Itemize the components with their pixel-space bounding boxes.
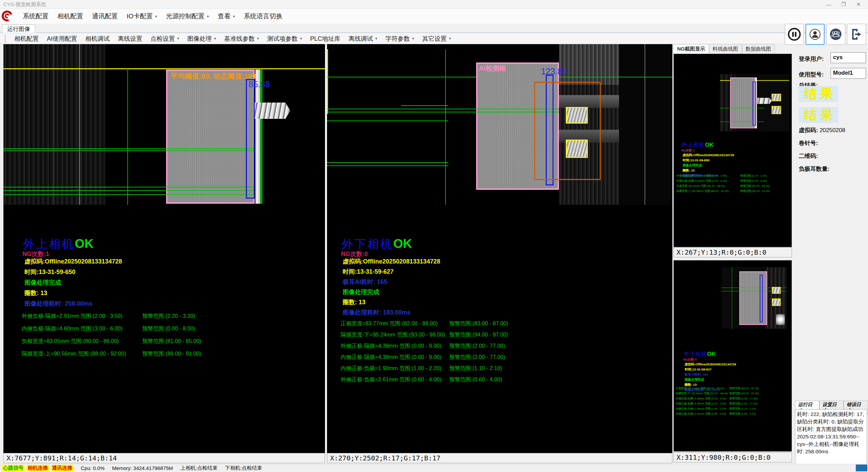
ng-snapshot-image [720, 74, 789, 131]
window-control-button[interactable]: ❐ [836, 0, 851, 9]
ng-view-tab[interactable]: 料线曲线图 [709, 44, 742, 54]
status-text: Cpu: 0.0% [81, 465, 105, 471]
status-chip: 通讯连接 [51, 465, 73, 471]
toolbar-item[interactable]: 基准线参数 ▾ [224, 35, 259, 43]
status-chip: 心跳信号 [2, 465, 24, 471]
measurement-row: 内侧负极-隔膜=4.60mm 范围:(3.00 - 6.00)预警范围:(0.0… [22, 325, 201, 332]
info-line: 圈数: 13 [24, 289, 122, 297]
measurement-list: 外侧负极-隔膜=2.91mm 范围:(2.00 - 3.50)预警范围:(2.2… [676, 174, 770, 195]
upper-camera-image[interactable]: 平均阈值:93, 动态阈值:100 85.88 [3, 44, 325, 205]
chevron-down-icon: ▾ [257, 36, 259, 41]
tab-detect-box [566, 107, 588, 124]
ng-count: NG次数:0 [341, 250, 368, 258]
chevron-down-icon: ▾ [177, 36, 179, 41]
measurement-list: 正极宽度=83.77mm 范围:(82.00 - 88.00)预警范围:(83.… [341, 320, 508, 387]
login-user-field[interactable]: cys [831, 52, 866, 63]
pause-icon [787, 27, 801, 41]
camera-info-lines: 虚拟码:Offline20250208133134728时间:13-31-59-… [24, 257, 122, 310]
measurement-row: 隔膜宽度-下=95.24mm 范围:(93.00 - 98.00)预警范围:(9… [341, 331, 508, 339]
measure-value-text: 123.88 [541, 67, 567, 76]
model-field[interactable]: Model1 [831, 68, 866, 79]
toolbar-item[interactable]: PLC地址库 [310, 35, 340, 43]
measurement-row: 外侧负极-隔膜=2.91mm 范围:(2.00 - 3.50)预警范围:(2.2… [22, 312, 201, 320]
user-management-button[interactable] [826, 24, 845, 45]
window-title: CYS-视觉检测系统 [3, 1, 46, 8]
pause-button[interactable] [785, 24, 804, 45]
window-control-button[interactable]: ✕ [851, 0, 866, 9]
chevron-down-icon: ▾ [207, 14, 209, 19]
ng-snapshot-image [722, 267, 786, 329]
chevron-down-icon: ▾ [233, 14, 235, 19]
menu-item[interactable]: 相机配置 [57, 12, 83, 21]
baseline-yellow-vertical [327, 49, 328, 114]
menu-item[interactable]: 系统配置 [23, 12, 49, 21]
info-line: 极耳AI耗时: 165 [343, 278, 440, 286]
tab-run-image[interactable]: 运行图像 [2, 24, 35, 33]
chevron-down-icon: ▾ [155, 14, 157, 19]
ng-snapshot-lower[interactable]: 外下相机OK NG次数:0 虚拟码:Offline202502081331347… [673, 260, 792, 452]
ng-view-column: NG截图显示料线曲线图数据曲线图 外上相机OK NG次数:1 虚拟码:Of [673, 44, 792, 463]
electrode-edge [255, 70, 260, 204]
info-line: 图像处理完成 [343, 288, 440, 296]
toolbar-item[interactable]: 测试项参数 ▾ [267, 35, 302, 43]
measurement-row: 负极宽度=83.05mm 范围:(80.00 - 86.00)预警范围:(81.… [22, 338, 201, 345]
info-line: 时间:13-31-59-650 [24, 268, 122, 276]
toolbar-item[interactable]: 图像处理 ▾ [187, 35, 216, 43]
ng-view-tabs: NG截图显示料线曲线图数据曲线图 [673, 44, 775, 54]
pixel-coord-readout: X:311;Y:980;R:0;G:0;B:0 [673, 452, 792, 462]
info-line: 虚拟码:Offline20250208133134728 [343, 257, 440, 266]
menu-item[interactable]: IO卡配置 ▾ [127, 12, 157, 21]
toolbar-grip-icon[interactable] [5, 35, 6, 42]
menu-item[interactable]: 系统语言切换 [244, 12, 283, 21]
ng-view-tab[interactable]: NG截图显示 [673, 44, 709, 54]
login-user-label: 登录用户: [799, 55, 824, 63]
info-line: 图像处理耗时: 183.00ms [343, 308, 440, 316]
exit-icon [849, 27, 864, 41]
chevron-down-icon: ▾ [300, 36, 302, 41]
baseline-yellow [3, 68, 325, 69]
scroll-indicator [856, 465, 867, 471]
info-line: 圈数: 13 [343, 298, 440, 306]
camera-result-title: 外下相机OK [684, 351, 716, 358]
toolbar-item[interactable]: 字符参数 ▾ [385, 35, 414, 43]
toolbar-item[interactable]: 相机调试 [85, 35, 110, 43]
toolbar-item[interactable]: AI使用配置 [47, 35, 77, 43]
menu-item[interactable]: 通讯配置 [92, 12, 118, 21]
toolbar-item[interactable]: 其它设置 ▾ [422, 35, 451, 43]
measurement-list: 正极宽度=83.77mm 范围:(82.00 - 88.00)预警范围:(83.… [676, 387, 759, 417]
measure-value-text: 85.88 [249, 79, 270, 89]
baseline-green-vertical [127, 69, 128, 205]
upper-camera-panel: 平均阈值:93, 动态阈值:100 85.88 外上相机OK NG次数:1 虚拟… [3, 44, 325, 463]
pixel-coord-readout: X:270;Y:2502;R:17;G:17;B:17 [327, 453, 672, 463]
sidebar-fields: 虚拟码: 20250208 卷针号: 二维码: 负极耳数量: [799, 126, 845, 178]
tab-connector [255, 103, 290, 119]
app-logo-icon [1, 10, 14, 23]
measurement-row: 正极宽度=83.77mm 范围:(82.00 - 88.00)预警范围:(83.… [341, 320, 508, 327]
chevron-down-icon: ▾ [412, 36, 414, 41]
toolbar-item[interactable]: 相机配置 [14, 35, 39, 43]
ng-view-tab[interactable]: 数据曲线图 [742, 44, 775, 54]
sidebar-field: 二维码: [799, 152, 845, 160]
login-user-button[interactable] [806, 24, 825, 45]
chevron-down-icon: ▾ [449, 36, 451, 41]
toolbar-item[interactable]: 离线设置 [118, 35, 142, 43]
user-icon [808, 28, 822, 41]
window-control-button[interactable]: — [821, 0, 836, 9]
measurement-row: 外侧正极-负极=2.61mm 范围:(0.60 - 4.00)预警范围:(0.6… [341, 376, 508, 383]
ng-count: NG次数:1 [22, 250, 49, 258]
menu-item[interactable]: 光源控制配置 ▾ [166, 12, 209, 21]
statusbar: 心跳信号相机连接通讯连接 Cpu: 0.0%Memory: 3424.41796… [0, 464, 868, 472]
status-text: 上相机:点检结束 [180, 465, 217, 471]
toolbar-item[interactable]: 点检设置 ▾ [150, 35, 179, 43]
run-log-text[interactable]: 耗时: 222, 缺陷检测耗时: 17, 缺陷分类耗时: 0, 缺陷提取分区耗时… [795, 409, 867, 471]
sidebar-field: 虚拟码: 20250208 [799, 126, 845, 134]
ng-snapshot-upper[interactable]: 外上相机OK NG次数:1 虚拟码:Offline202502081331347… [673, 54, 792, 247]
info-line: 图像处理耗时: 258.00ms [24, 299, 122, 308]
menu-item[interactable]: 查看 ▾ [218, 12, 235, 21]
toolbar-item[interactable]: 离线调试 ▾ [348, 35, 377, 43]
measurement-row: 隔膜宽度-上=90.56mm 范围:(88.00 - 92.00)预警范围:(8… [22, 350, 201, 358]
exit-button[interactable] [847, 24, 866, 45]
chevron-down-icon: ▾ [214, 36, 216, 41]
lower-camera-image[interactable]: AI检测框 123.88 [327, 44, 672, 205]
app-window: CYS-视觉检测系统 —❐✕ 系统配置 相机配置 通讯配置 IO卡配置 ▾ 光源… [0, 0, 868, 472]
